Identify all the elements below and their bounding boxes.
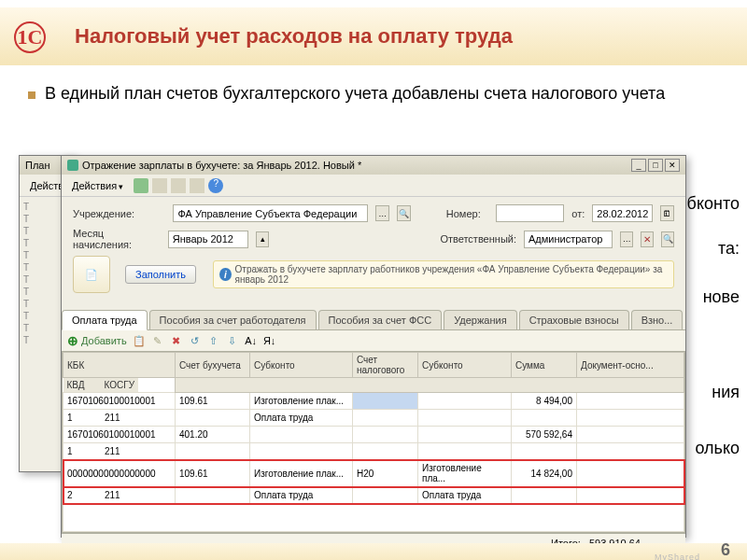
resp-clear-button[interactable]: ✕	[641, 231, 654, 247]
cell-selected[interactable]	[353, 393, 418, 410]
cell[interactable]: Оплата труда	[418, 487, 512, 504]
cell[interactable]: Изготовление плак...	[250, 393, 353, 410]
resp-select-button[interactable]: …	[620, 231, 633, 247]
table-row[interactable]: 16701060100010001 109.61 Изготовление пл…	[63, 393, 684, 410]
toolbar-icon[interactable]	[171, 178, 186, 193]
cell[interactable]	[353, 487, 418, 504]
table-row-highlighted[interactable]: 2211 Оплата труда Оплата труда	[63, 487, 684, 504]
close-button[interactable]: ✕	[665, 159, 680, 172]
cell[interactable]	[176, 443, 250, 460]
month-up-button[interactable]: ▴	[256, 231, 269, 247]
col-sub2[interactable]: Субконто	[418, 353, 512, 378]
tab-deductions[interactable]: Удержания	[444, 310, 516, 329]
tab-more[interactable]: Взно...	[631, 310, 684, 329]
org-field[interactable]: ФА Управление Субъекта Федерации	[173, 204, 368, 222]
cell[interactable]	[176, 487, 250, 504]
cell[interactable]	[176, 410, 250, 427]
cell[interactable]: Н20	[353, 460, 418, 487]
cell[interactable]	[577, 460, 684, 487]
cell[interactable]: 8 494,00	[512, 393, 577, 410]
cell[interactable]	[250, 427, 353, 443]
maximize-button[interactable]: □	[648, 159, 663, 172]
cell[interactable]: 401.20	[176, 427, 250, 443]
num-field[interactable]	[496, 204, 564, 222]
cell[interactable]: Изготовление плак...	[250, 460, 353, 487]
cell[interactable]	[577, 443, 684, 460]
table-row[interactable]	[63, 504, 684, 532]
move-up-icon[interactable]: ⇧	[207, 334, 220, 347]
toolbar-icon[interactable]	[190, 178, 204, 193]
tab-pay[interactable]: Оплата труда	[62, 310, 148, 330]
cell[interactable]: Оплата труда	[250, 487, 353, 504]
col-kbk[interactable]: КБК	[63, 353, 176, 378]
table-row[interactable]: 1211 Оплата труда	[63, 410, 684, 427]
cell[interactable]: 570 592,64	[512, 427, 577, 443]
org-select-button[interactable]: …	[375, 205, 389, 221]
save-icon[interactable]	[134, 178, 148, 193]
cell[interactable]	[418, 427, 512, 443]
cell[interactable]	[418, 410, 512, 427]
help-icon[interactable]: ?	[208, 178, 223, 193]
grid[interactable]: КБК Счет бухучета Субконто Счет налогово…	[62, 351, 685, 533]
cell[interactable]	[353, 443, 418, 460]
cell[interactable]	[577, 427, 684, 443]
cell[interactable]: Изготовление пла...	[418, 460, 512, 487]
org-open-button[interactable]: 🔍	[397, 205, 411, 221]
cell[interactable]	[418, 393, 512, 410]
copy-icon[interactable]: 📋	[133, 334, 146, 347]
slide-title: Налоговый учет расходов на оплату труда	[75, 24, 513, 49]
cell[interactable]: 109.61	[176, 460, 250, 487]
cell[interactable]	[577, 393, 684, 410]
sort-asc-icon[interactable]: A↓	[245, 334, 258, 347]
bullet-text: В единый план счетов бухгалтерского учет…	[45, 84, 665, 104]
cell[interactable]: 16701060100010001	[63, 393, 176, 410]
cell[interactable]: 1211	[63, 410, 176, 427]
sort-desc-icon[interactable]: Я↓	[263, 334, 276, 347]
cell[interactable]	[353, 410, 418, 427]
toolbar-icon[interactable]	[152, 178, 167, 193]
cell[interactable]: Оплата труда	[250, 410, 353, 427]
fill-button[interactable]: Заполнить	[125, 265, 196, 284]
table-row[interactable]: 16701060100010001 401.20 570 592,64	[63, 427, 684, 443]
actions-menu[interactable]: Действия	[65, 177, 130, 194]
cell[interactable]: 00000000000000000	[63, 460, 176, 487]
add-button[interactable]: ⊕Добавить	[67, 333, 127, 348]
cell[interactable]	[512, 443, 577, 460]
cell[interactable]	[353, 427, 418, 443]
cell[interactable]	[418, 443, 512, 460]
cell[interactable]: 1211	[63, 443, 176, 460]
edit-icon[interactable]: ✎	[151, 334, 164, 347]
col-doc[interactable]: Документ-осно...	[577, 353, 684, 378]
cell[interactable]	[577, 487, 684, 504]
col-kvd[interactable]: КВД	[63, 378, 101, 392]
cell[interactable]	[250, 443, 353, 460]
cell[interactable]	[577, 410, 684, 427]
col-sub[interactable]: Субконто	[250, 353, 353, 378]
tab-employer-benefits[interactable]: Пособия за счет работодателя	[149, 310, 317, 329]
watermark: MyShared	[655, 553, 700, 560]
col-sum[interactable]: Сумма	[512, 353, 577, 378]
date-field[interactable]: 28.02.2012	[592, 204, 653, 222]
cell[interactable]	[512, 487, 577, 504]
cell[interactable]: 14 824,00	[512, 460, 577, 487]
tab-insurance[interactable]: Страховые взносы	[519, 310, 629, 329]
tab-fss-benefits[interactable]: Пособия за счет ФСС	[318, 310, 443, 329]
col-taxacct[interactable]: Счет налогового	[353, 353, 418, 378]
cell[interactable]: 2211	[63, 487, 176, 504]
refresh-icon[interactable]: ↺	[189, 334, 202, 347]
resp-open-button[interactable]: 🔍	[661, 231, 674, 247]
move-down-icon[interactable]: ⇩	[226, 334, 239, 347]
month-field[interactable]: Январь 2012	[168, 231, 249, 248]
resp-field[interactable]: Администратор	[524, 231, 613, 248]
cell[interactable]: 16701060100010001	[63, 427, 176, 443]
col-kosgu[interactable]: КОСГУ	[101, 378, 138, 392]
cell[interactable]	[512, 410, 577, 427]
col-acct[interactable]: Счет бухучета	[176, 353, 250, 378]
window-salary-titlebar[interactable]: Отражение зарплаты в бухучете: за Январь…	[62, 156, 685, 175]
cell[interactable]: 109.61	[176, 393, 250, 410]
minimize-button[interactable]: _	[631, 159, 646, 172]
delete-icon[interactable]: ✖	[170, 334, 183, 347]
date-picker-button[interactable]: 🗓	[660, 205, 674, 221]
table-row-highlighted[interactable]: 00000000000000000 109.61 Изготовление пл…	[63, 460, 684, 487]
table-row[interactable]: 1211	[63, 443, 684, 460]
